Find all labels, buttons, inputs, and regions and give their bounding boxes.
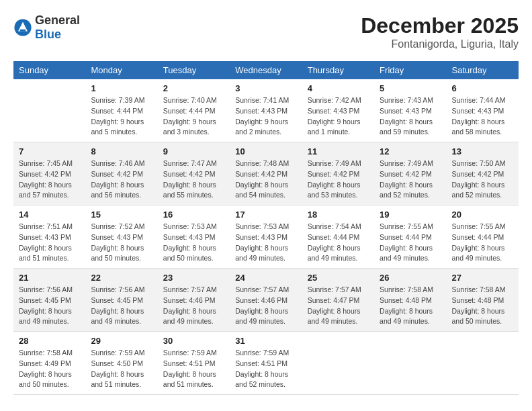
calendar-table: SundayMondayTuesdayWednesdayThursdayFrid… [13,61,519,395]
day-number: 25 [308,273,369,283]
cell-sun-info: Sunrise: 7:55 AMSunset: 4:44 PMDaylight:… [452,222,513,264]
day-number: 3 [235,83,296,93]
subtitle: Fontanigorda, Liguria, Italy [361,38,519,50]
calendar-week-row: 14Sunrise: 7:51 AMSunset: 4:43 PMDayligh… [13,205,519,269]
cell-sun-info: Sunrise: 7:52 AMSunset: 4:43 PMDaylight:… [91,222,152,264]
calendar-cell [374,332,446,395]
cell-sun-info: Sunrise: 7:49 AMSunset: 4:42 PMDaylight:… [380,158,441,201]
calendar-cell: 15Sunrise: 7:52 AMSunset: 4:43 PMDayligh… [85,205,157,269]
calendar-cell: 4Sunrise: 7:42 AMSunset: 4:43 PMDaylight… [302,79,374,142]
day-number: 13 [452,146,513,156]
cell-sun-info: Sunrise: 7:43 AMSunset: 4:43 PMDaylight:… [380,95,441,138]
calendar-cell: 12Sunrise: 7:49 AMSunset: 4:42 PMDayligh… [374,142,446,205]
day-number: 21 [19,273,80,283]
calendar-cell: 18Sunrise: 7:54 AMSunset: 4:44 PMDayligh… [302,205,374,269]
day-number: 5 [380,83,441,93]
cell-sun-info: Sunrise: 7:48 AMSunset: 4:42 PMDaylight:… [235,158,296,201]
cell-sun-info: Sunrise: 7:54 AMSunset: 4:44 PMDaylight:… [308,222,369,264]
cell-sun-info: Sunrise: 7:57 AMSunset: 4:46 PMDaylight:… [235,285,296,327]
day-number: 19 [380,210,441,220]
cell-sun-info: Sunrise: 7:53 AMSunset: 4:43 PMDaylight:… [235,222,296,264]
day-number: 1 [91,83,152,93]
calendar-cell: 25Sunrise: 7:57 AMSunset: 4:47 PMDayligh… [302,269,374,332]
calendar-cell: 21Sunrise: 7:56 AMSunset: 4:45 PMDayligh… [13,269,85,332]
calendar-week-row: 7Sunrise: 7:45 AMSunset: 4:42 PMDaylight… [13,142,519,205]
day-number: 22 [91,273,152,283]
cell-sun-info: Sunrise: 7:57 AMSunset: 4:47 PMDaylight:… [308,285,369,327]
cell-sun-info: Sunrise: 7:49 AMSunset: 4:42 PMDaylight:… [308,158,369,201]
calendar-week-row: 1Sunrise: 7:39 AMSunset: 4:44 PMDaylight… [13,79,519,142]
calendar-cell: 22Sunrise: 7:56 AMSunset: 4:45 PMDayligh… [85,269,157,332]
day-number: 2 [163,83,224,93]
day-number: 8 [91,146,152,156]
calendar-cell: 30Sunrise: 7:59 AMSunset: 4:51 PMDayligh… [158,332,230,395]
cell-sun-info: Sunrise: 7:39 AMSunset: 4:44 PMDaylight:… [91,95,152,138]
day-number: 10 [235,146,296,156]
calendar-cell: 26Sunrise: 7:58 AMSunset: 4:48 PMDayligh… [374,269,446,332]
calendar-cell: 17Sunrise: 7:53 AMSunset: 4:43 PMDayligh… [230,205,302,269]
weekday-header: Sunday [13,61,85,79]
cell-sun-info: Sunrise: 7:46 AMSunset: 4:42 PMDaylight:… [91,158,152,201]
day-number: 15 [91,210,152,220]
cell-sun-info: Sunrise: 7:58 AMSunset: 4:49 PMDaylight:… [19,348,80,390]
day-number: 6 [452,83,513,93]
title-area: December 2025 Fontanigorda, Liguria, Ita… [361,13,519,50]
day-number: 9 [163,146,224,156]
weekday-header: Saturday [447,61,519,79]
day-number: 16 [163,210,224,220]
cell-sun-info: Sunrise: 7:47 AMSunset: 4:42 PMDaylight:… [163,158,224,201]
calendar-week-row: 28Sunrise: 7:58 AMSunset: 4:49 PMDayligh… [13,332,519,395]
calendar-cell: 2Sunrise: 7:40 AMSunset: 4:44 PMDaylight… [158,79,230,142]
calendar-week-row: 21Sunrise: 7:56 AMSunset: 4:45 PMDayligh… [13,269,519,332]
calendar-cell: 28Sunrise: 7:58 AMSunset: 4:49 PMDayligh… [13,332,85,395]
calendar-cell: 1Sunrise: 7:39 AMSunset: 4:44 PMDaylight… [85,79,157,142]
day-number: 20 [452,210,513,220]
logo-icon [13,18,32,37]
calendar-cell: 7Sunrise: 7:45 AMSunset: 4:42 PMDaylight… [13,142,85,205]
calendar-cell: 3Sunrise: 7:41 AMSunset: 4:43 PMDaylight… [230,79,302,142]
header: General Blue December 2025 Fontanigorda,… [13,13,519,50]
cell-sun-info: Sunrise: 7:44 AMSunset: 4:43 PMDaylight:… [452,95,513,138]
calendar-cell: 31Sunrise: 7:59 AMSunset: 4:51 PMDayligh… [230,332,302,395]
calendar-cell: 14Sunrise: 7:51 AMSunset: 4:43 PMDayligh… [13,205,85,269]
cell-sun-info: Sunrise: 7:58 AMSunset: 4:48 PMDaylight:… [452,285,513,327]
cell-sun-info: Sunrise: 7:50 AMSunset: 4:42 PMDaylight:… [452,158,513,201]
calendar-cell [302,332,374,395]
calendar-cell: 10Sunrise: 7:48 AMSunset: 4:42 PMDayligh… [230,142,302,205]
calendar-cell: 5Sunrise: 7:43 AMSunset: 4:43 PMDaylight… [374,79,446,142]
calendar-cell: 11Sunrise: 7:49 AMSunset: 4:42 PMDayligh… [302,142,374,205]
day-number: 11 [308,146,369,156]
cell-sun-info: Sunrise: 7:53 AMSunset: 4:43 PMDaylight:… [163,222,224,264]
main-title: December 2025 [361,13,519,38]
cell-sun-info: Sunrise: 7:51 AMSunset: 4:43 PMDaylight:… [19,222,80,264]
calendar-cell: 6Sunrise: 7:44 AMSunset: 4:43 PMDaylight… [447,79,519,142]
weekday-header: Friday [374,61,446,79]
cell-sun-info: Sunrise: 7:59 AMSunset: 4:51 PMDaylight:… [163,348,224,390]
calendar-cell: 24Sunrise: 7:57 AMSunset: 4:46 PMDayligh… [230,269,302,332]
cell-sun-info: Sunrise: 7:40 AMSunset: 4:44 PMDaylight:… [163,95,224,138]
logo-blue: Blue [35,28,61,41]
calendar-cell: 23Sunrise: 7:57 AMSunset: 4:46 PMDayligh… [158,269,230,332]
calendar-cell: 20Sunrise: 7:55 AMSunset: 4:44 PMDayligh… [447,205,519,269]
cell-sun-info: Sunrise: 7:42 AMSunset: 4:43 PMDaylight:… [308,95,369,138]
cell-sun-info: Sunrise: 7:55 AMSunset: 4:44 PMDaylight:… [380,222,441,264]
cell-sun-info: Sunrise: 7:57 AMSunset: 4:46 PMDaylight:… [163,285,224,327]
day-number: 23 [163,273,224,283]
weekday-header: Thursday [302,61,374,79]
calendar-cell: 27Sunrise: 7:58 AMSunset: 4:48 PMDayligh… [447,269,519,332]
calendar-cell: 13Sunrise: 7:50 AMSunset: 4:42 PMDayligh… [447,142,519,205]
svg-rect-2 [20,30,26,32]
calendar-cell [447,332,519,395]
day-number: 31 [235,336,296,346]
cell-sun-info: Sunrise: 7:56 AMSunset: 4:45 PMDaylight:… [91,285,152,327]
day-number: 24 [235,273,296,283]
cell-sun-info: Sunrise: 7:58 AMSunset: 4:48 PMDaylight:… [380,285,441,327]
cell-sun-info: Sunrise: 7:41 AMSunset: 4:43 PMDaylight:… [235,95,296,138]
logo-general: General [35,13,80,27]
day-number: 30 [163,336,224,346]
calendar-cell: 16Sunrise: 7:53 AMSunset: 4:43 PMDayligh… [158,205,230,269]
header-row: SundayMondayTuesdayWednesdayThursdayFrid… [13,61,519,79]
cell-sun-info: Sunrise: 7:45 AMSunset: 4:42 PMDaylight:… [19,158,80,201]
logo: General Blue [13,13,80,42]
day-number: 29 [91,336,152,346]
